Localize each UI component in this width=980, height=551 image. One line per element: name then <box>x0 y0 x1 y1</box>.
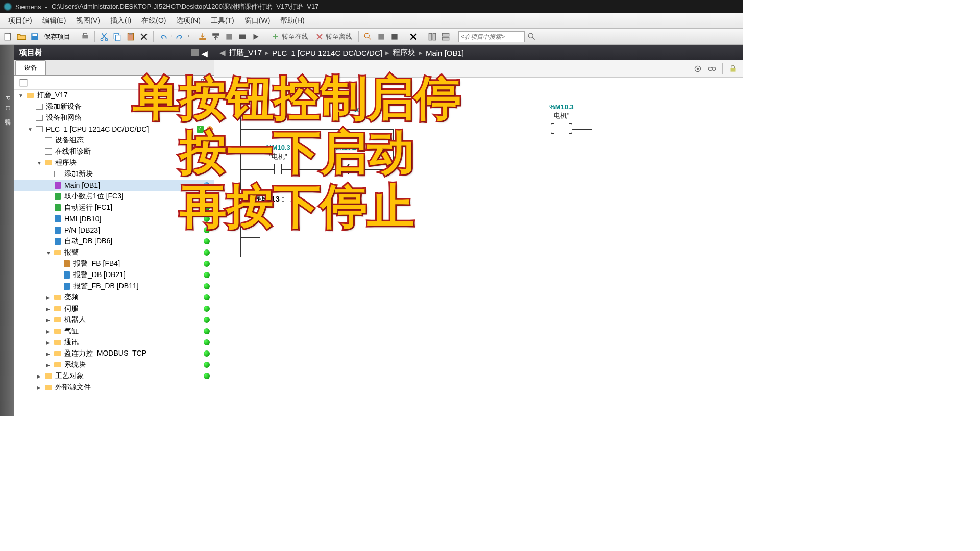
search-go-icon[interactable] <box>526 31 538 43</box>
status-indicator-icon <box>204 294 210 300</box>
left-arrow-icon[interactable]: ◀ <box>202 49 209 56</box>
open-icon[interactable] <box>15 31 28 43</box>
db-icon <box>62 282 71 290</box>
accessible-icon[interactable] <box>375 31 387 43</box>
menu-tools[interactable]: 工具(T) <box>206 16 239 26</box>
download-icon[interactable] <box>197 31 209 43</box>
menu-insert[interactable]: 插入(I) <box>105 16 136 26</box>
split-v-icon[interactable] <box>439 31 452 43</box>
upload-icon[interactable] <box>210 31 222 43</box>
tree-label: 取小数点1位 [FC3] <box>64 192 124 201</box>
expand-arrow-icon[interactable]: ▶ <box>37 373 44 379</box>
tree-expand-icon[interactable] <box>17 77 30 89</box>
expand-arrow-icon[interactable]: ▶ <box>46 362 53 368</box>
copy-icon[interactable] <box>111 31 124 43</box>
menu-online[interactable]: 在线(O) <box>136 16 171 26</box>
glasses-icon[interactable] <box>706 63 718 75</box>
tree-node[interactable]: ▼报警 <box>14 247 214 258</box>
print-icon[interactable] <box>79 31 91 43</box>
tree-node[interactable]: 在线和诊断 <box>14 146 214 157</box>
network-comment[interactable]: 注释 <box>230 208 733 221</box>
tree-node[interactable]: 自动_DB [DB6] <box>14 236 214 247</box>
tree-node[interactable]: ▶工艺对象 <box>14 370 214 382</box>
start-icon[interactable] <box>250 31 262 43</box>
expand-arrow-icon[interactable]: ▶ <box>46 317 53 323</box>
crumb-project[interactable]: 打磨_V17 <box>229 48 262 58</box>
svg-rect-21 <box>442 37 449 40</box>
expand-arrow-icon[interactable]: ▶ <box>37 385 44 390</box>
go-online-button[interactable]: 转至在线 <box>268 32 311 41</box>
compile-icon[interactable] <box>223 31 235 43</box>
save-icon[interactable] <box>29 31 41 43</box>
tree-label: 报警_DB [DB21] <box>74 270 126 280</box>
search-device-icon[interactable] <box>362 31 374 43</box>
tree-node[interactable]: 添加新块 <box>14 168 214 180</box>
tree-node[interactable]: 报警_FB_DB [DB11] <box>14 281 214 292</box>
cross-ref-icon[interactable] <box>407 31 420 43</box>
paste-icon[interactable] <box>125 31 137 43</box>
expand-arrow-icon[interactable]: ▼ <box>46 250 53 256</box>
svg-rect-23 <box>20 79 27 86</box>
svg-point-22 <box>528 33 533 38</box>
crumb-blocks[interactable]: 程序块 <box>393 48 415 58</box>
menu-edit[interactable]: 编辑(E) <box>37 16 71 26</box>
monitor-icon[interactable] <box>692 63 704 75</box>
tree-node[interactable]: ▶气缸 <box>14 325 214 337</box>
tree-node[interactable]: 自动运行 [FC1] <box>14 202 214 213</box>
tree-view-icon[interactable] <box>199 77 211 89</box>
save-project-label[interactable]: 保存项目 <box>42 32 72 41</box>
tree-node[interactable]: 报警_DB [DB21] <box>14 269 214 281</box>
cut-icon[interactable] <box>98 31 110 43</box>
crumb-plc[interactable]: PLC_1 [CPU 1214C DC/DC/DC] <box>272 48 382 57</box>
menu-window[interactable]: 窗口(W) <box>239 16 276 26</box>
tree-node[interactable]: 设备和网络 <box>14 112 214 123</box>
tree-node[interactable]: 报警_FB [FB4] <box>14 258 214 269</box>
search-input[interactable] <box>458 31 525 42</box>
tree-node[interactable]: ▶机器人 <box>14 314 214 325</box>
expand-arrow-icon[interactable]: ▶ <box>46 329 53 334</box>
expand-arrow-icon[interactable]: ▶ <box>46 351 53 357</box>
redo-icon[interactable] <box>174 31 186 43</box>
tree-node[interactable]: ▶外部源文件 <box>14 382 214 393</box>
tree-node[interactable]: ▼打磨_V17 <box>14 90 214 101</box>
tree-node[interactable]: HMI [DB10] <box>14 213 214 224</box>
new-icon[interactable] <box>2 31 14 43</box>
collapse-arrow-icon[interactable]: ▼ <box>235 196 241 203</box>
menu-project[interactable]: 项目(P) <box>3 16 37 26</box>
network-header-13[interactable]: ▼ 程序段 13 : ...... <box>230 190 733 208</box>
expand-arrow-icon[interactable]: ▶ <box>46 306 53 312</box>
tree-node[interactable]: 取小数点1位 [FC3] <box>14 191 214 202</box>
rail-label[interactable]: PLC 编程 <box>3 96 12 116</box>
menu-help[interactable]: 帮助(H) <box>275 16 309 26</box>
go-offline-button[interactable]: 转至离线 <box>312 32 355 41</box>
tree-node[interactable]: ▼PLC_1 [CPU 1214C DC/DC/DC]✓ <box>14 123 214 135</box>
split-h-icon[interactable] <box>426 31 438 43</box>
tree-node[interactable]: ▶变频 <box>14 292 214 303</box>
crumb-main[interactable]: Main [OB1] <box>426 48 464 57</box>
tree-node[interactable]: Main [OB1] <box>14 180 214 191</box>
expand-arrow-icon[interactable]: ▼ <box>37 160 44 166</box>
menu-options[interactable]: 选项(N) <box>171 16 205 26</box>
tree-node[interactable]: 添加新设备 <box>14 101 214 112</box>
expand-arrow-icon[interactable]: ▼ <box>28 127 35 132</box>
device-icon[interactable] <box>388 31 401 43</box>
tree-node[interactable]: 设备组态 <box>14 135 214 146</box>
undo-icon[interactable] <box>157 31 169 43</box>
ladder-editor[interactable]: 10.3 机" %M10.3 电机" %M10.3 "电机" <box>214 78 743 416</box>
delete-icon[interactable] <box>138 31 150 43</box>
expand-arrow-icon[interactable]: ▼ <box>18 93 26 98</box>
tree-node[interactable]: P/N [DB23] <box>14 224 214 236</box>
sim-icon[interactable] <box>236 31 249 43</box>
tree-body[interactable]: ▼打磨_V17添加新设备设备和网络▼PLC_1 [CPU 1214C DC/DC… <box>14 90 214 416</box>
tree-node[interactable]: ▶通讯 <box>14 337 214 348</box>
expand-arrow-icon[interactable]: ▶ <box>46 295 53 300</box>
lock-icon[interactable] <box>727 63 739 75</box>
collapse-icon[interactable] <box>191 49 199 56</box>
menu-view[interactable]: 视图(V) <box>71 16 105 26</box>
tree-node[interactable]: ▼程序块 <box>14 157 214 168</box>
tree-node[interactable]: ▶系统块 <box>14 359 214 370</box>
tree-node[interactable]: ▶盈连力控_MODBUS_TCP <box>14 348 214 359</box>
tree-node[interactable]: ▶伺服 <box>14 303 214 314</box>
tab-devices[interactable]: 设备 <box>15 60 46 75</box>
expand-arrow-icon[interactable]: ▶ <box>46 340 53 345</box>
